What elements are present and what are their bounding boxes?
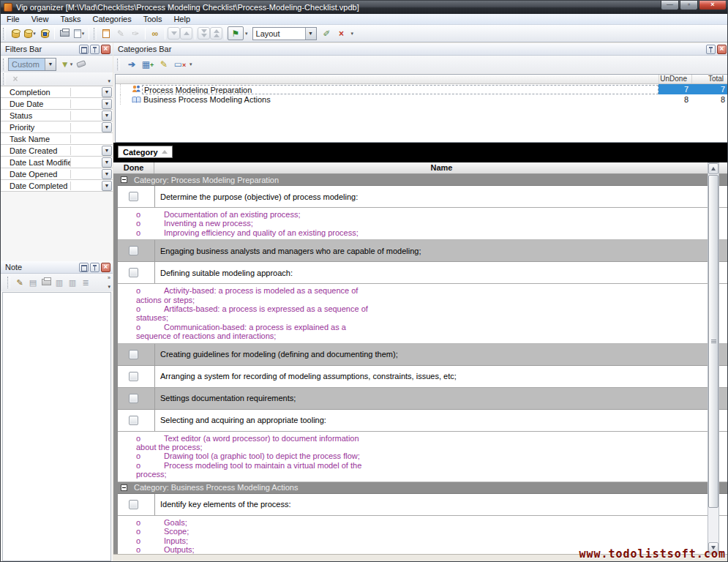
task-checkbox[interactable]: [129, 350, 138, 359]
highlight-button[interactable]: ⚑: [228, 26, 244, 40]
menu-item-categories[interactable]: Categories: [87, 14, 138, 24]
task-row[interactable]: Settings documentation requirements;: [118, 388, 728, 410]
filter-row[interactable]: Date Completed ▼: [1, 180, 113, 192]
subitems-block[interactable]: oText editor (a word processor) to docum…: [118, 432, 728, 482]
filters-toolbar2-grip[interactable]: [3, 73, 6, 85]
filters-toolbar-grip[interactable]: [3, 59, 6, 70]
print-preview-button[interactable]: ▾: [72, 26, 86, 41]
maximize-button[interactable]: ▫: [680, 1, 698, 10]
filter-value-cell[interactable]: [71, 98, 102, 109]
remove-filter-button[interactable]: ×: [8, 72, 23, 86]
filter-value-cell[interactable]: [71, 180, 102, 191]
filter-row[interactable]: Date Created ▼: [1, 145, 113, 157]
category-sort-button[interactable]: Category: [118, 146, 173, 158]
collapse-icon[interactable]: [121, 176, 127, 183]
note-bullet-list-button[interactable]: ≣: [80, 278, 91, 288]
filter-value-cell[interactable]: [71, 133, 113, 144]
task-checkbox[interactable]: [129, 268, 138, 277]
title-bar[interactable]: Vip organizer [M:\Vlad\Checklists\Proces…: [1, 1, 728, 14]
filter-preset-combo[interactable]: Custom ▼: [8, 58, 56, 71]
highlight-dropdown-caret[interactable]: ▾: [245, 31, 248, 37]
filter-row[interactable]: Task Name: [1, 133, 113, 145]
move-down-button[interactable]: [168, 27, 180, 40]
categories-bar-header[interactable]: Categories Bar: [113, 43, 728, 56]
apply-layout-button[interactable]: ✐: [320, 26, 334, 41]
category-row[interactable]: Business Process Modeling Actions 8 8: [116, 94, 728, 105]
new-task-button[interactable]: [99, 26, 113, 41]
filter-value-cell[interactable]: [71, 168, 102, 179]
layout-combo-arrow[interactable]: ▼: [305, 28, 316, 40]
note-align-right-button[interactable]: ▥: [67, 278, 78, 288]
note-pin-button[interactable]: [90, 263, 100, 272]
group-header-row[interactable]: Category: Process Modeling Preparation: [118, 174, 728, 186]
toolbar-grip[interactable]: [3, 28, 6, 40]
filters-pin-button[interactable]: [90, 45, 100, 54]
note-close-button[interactable]: [101, 263, 110, 272]
task-checkbox[interactable]: [129, 500, 138, 509]
move-bottom-button[interactable]: [198, 27, 210, 40]
filters-overflow-caret[interactable]: ▾: [108, 78, 110, 84]
note-overflow-caret[interactable]: »: [108, 275, 110, 280]
note-restore-button[interactable]: [79, 263, 89, 272]
filter-dropdown-button[interactable]: ▼: [102, 99, 112, 109]
filter-dropdown-button[interactable]: ▼: [102, 169, 112, 179]
new-database-button[interactable]: [8, 26, 23, 41]
scroll-up-button[interactable]: [708, 163, 718, 174]
open-database-button[interactable]: ▾: [23, 26, 37, 41]
note-overflow-caret2[interactable]: ▾: [108, 284, 110, 290]
toolbar-overflow-caret[interactable]: ▾: [351, 31, 354, 37]
clear-filter-button[interactable]: [74, 57, 89, 72]
delete-category-button[interactable]: ▭×: [173, 59, 187, 70]
filter-dropdown-button[interactable]: ▼: [102, 181, 112, 191]
filter-value-cell[interactable]: [71, 121, 102, 132]
delete-task-button[interactable]: ✑: [128, 26, 143, 41]
menu-item-tools[interactable]: Tools: [138, 14, 168, 24]
done-column-header[interactable]: Done: [113, 162, 154, 173]
filters-close-button[interactable]: [101, 45, 110, 54]
filter-row[interactable]: Completion ▼: [1, 86, 113, 98]
subitems-block[interactable]: oDocumentation of an existing process;oI…: [118, 208, 728, 240]
print-button[interactable]: [57, 26, 72, 41]
subitems-block[interactable]: oActivity-based: a process is modeled as…: [118, 284, 728, 343]
categories-close-button[interactable]: [717, 45, 727, 54]
name-column-header[interactable]: Name: [154, 162, 728, 173]
move-up-button[interactable]: [180, 27, 192, 40]
filter-dropdown-button[interactable]: ▼: [102, 110, 112, 121]
edit-task-button[interactable]: ✎: [113, 26, 128, 41]
layout-combo[interactable]: Layout ▼: [252, 27, 317, 40]
task-row[interactable]: Defining suitable modeling approach:: [118, 262, 728, 284]
category-row[interactable]: Process Modeling Preparation 7 7: [116, 84, 728, 94]
categories-toolbar-grip[interactable]: [117, 59, 120, 70]
vertical-scrollbar[interactable]: [708, 162, 719, 554]
undone-column-header[interactable]: UnDone: [658, 75, 691, 83]
task-row[interactable]: Determine the purpose (objective) of pro…: [118, 186, 728, 208]
menu-item-file[interactable]: File: [1, 14, 26, 24]
filter-dropdown-button[interactable]: ▼: [102, 122, 112, 132]
filters-bar-header[interactable]: Filters Bar: [1, 43, 113, 56]
task-row[interactable]: Selecting and acquiring an appropriate t…: [118, 410, 728, 432]
note-align-left-button[interactable]: ▥: [53, 278, 65, 288]
filter-row[interactable]: Date Opened ▼: [1, 168, 113, 180]
scrollbar-thumb[interactable]: [708, 175, 718, 508]
toolbar-grip2[interactable]: [94, 28, 97, 40]
move-top-button[interactable]: [210, 27, 222, 40]
filter-value-cell[interactable]: [71, 110, 102, 121]
close-button[interactable]: ×: [699, 1, 727, 10]
task-checkbox[interactable]: [129, 192, 138, 201]
filters-restore-button[interactable]: [79, 45, 89, 54]
category-name[interactable]: Business Process Modeling Actions: [142, 95, 658, 105]
task-checkbox[interactable]: [129, 394, 138, 403]
category-name[interactable]: Process Modeling Preparation: [142, 85, 658, 94]
categories-overflow-caret[interactable]: ▾: [189, 61, 192, 67]
delete-layout-button[interactable]: ×: [334, 26, 349, 41]
menu-item-view[interactable]: View: [26, 14, 55, 24]
filter-row[interactable]: Due Date ▼: [1, 98, 113, 110]
task-row[interactable]: Engaging business analysts and managers …: [118, 240, 728, 262]
task-checkbox[interactable]: [129, 246, 138, 255]
task-row[interactable]: Arranging a system for recording of mode…: [118, 366, 728, 388]
filter-dropdown-button[interactable]: ▼: [102, 87, 112, 97]
note-toolbar-grip[interactable]: [7, 277, 10, 288]
filter-dropdown-button[interactable]: ▼: [102, 146, 112, 156]
menu-item-help[interactable]: Help: [168, 14, 196, 24]
switch-view-button[interactable]: ➔: [125, 59, 138, 70]
